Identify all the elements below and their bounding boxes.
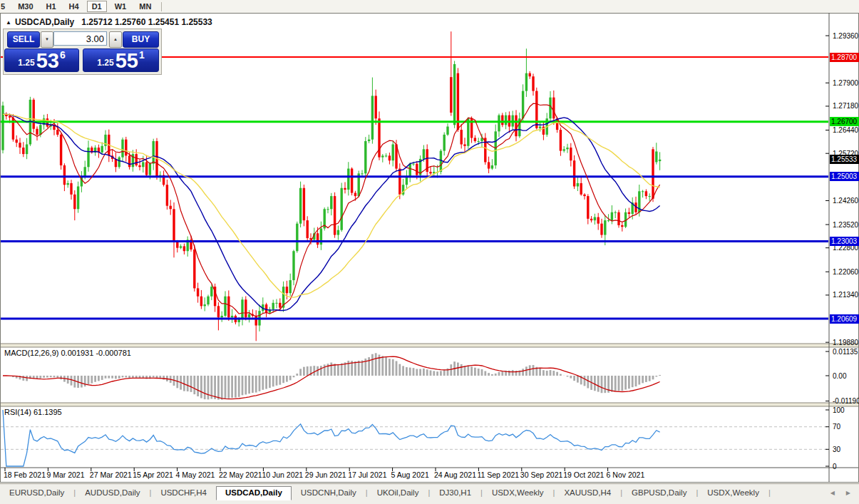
svg-text:22 May 2021: 22 May 2021 <box>219 470 262 479</box>
svg-text:1.26440: 1.26440 <box>833 126 859 134</box>
timeframe-button-5[interactable]: 5 <box>0 1 10 12</box>
svg-text:29 Jun 2021: 29 Jun 2021 <box>305 470 346 479</box>
timeframe-button-mn[interactable]: MN <box>134 1 156 12</box>
chart-tab-xauusd-h4[interactable]: XAUUSD,H4 <box>555 486 620 500</box>
level-price-badge: 1.26700 <box>830 117 859 126</box>
svg-text:1.27900: 1.27900 <box>833 79 859 87</box>
chart-tab-usdx-weekly[interactable]: USDX,Weekly <box>483 486 553 500</box>
chart-tab-audusd-daily[interactable]: AUDUSD,Daily <box>76 486 149 500</box>
chart-tab-bar: EURUSD,Daily|AUDUSD,Daily|USDCHF,H4USDCA… <box>0 483 859 504</box>
svg-text:30 Sep 2021: 30 Sep 2021 <box>520 470 563 479</box>
chart-tab-usdcad-daily-active[interactable]: USDCAD,Daily <box>216 486 292 500</box>
timeframe-button-h4[interactable]: H4 <box>64 1 84 12</box>
volume-decrease-button[interactable]: ▼ <box>41 31 53 48</box>
toolbar-separator <box>161 2 162 11</box>
svg-text:0: 0 <box>833 463 837 470</box>
level-price-badge: 1.28700 <box>830 53 859 62</box>
svg-text:1.19880: 1.19880 <box>833 339 859 346</box>
tab-separator: | <box>768 486 771 497</box>
svg-text:0.01135: 0.01135 <box>833 348 858 356</box>
level-price-badge: 1.25003 <box>830 172 859 181</box>
svg-text:17 Jul 2021: 17 Jul 2021 <box>348 470 386 479</box>
buy-price-prefix: 1.25 <box>97 58 113 68</box>
caret-down-icon: ▼ <box>45 37 49 41</box>
chart-title: ▲USDCAD,Daily1.25712 1.25760 1.25451 1.2… <box>6 17 212 27</box>
level-price-badge: 1.20609 <box>830 314 859 324</box>
timeframe-toolbar: 5M30H1H4D1W1MN <box>0 0 859 14</box>
svg-text:10 Jun 2021: 10 Jun 2021 <box>262 470 303 479</box>
macd-indicator-label: MACD(12,26,9) 0.001931 -0.000781 <box>4 349 131 357</box>
timeframe-button-m30[interactable]: M30 <box>13 1 38 12</box>
svg-text:19 Oct 2021: 19 Oct 2021 <box>563 470 604 479</box>
sell-price-pip-digit: 6 <box>60 49 66 61</box>
level-price-badge: 1.23003 <box>830 237 859 246</box>
tab-scroll-left-icon[interactable]: ◀ <box>830 490 835 496</box>
chart-window: 1.293601.279001.271801.264401.257201.242… <box>0 13 859 483</box>
chart-tab-ukoil-daily[interactable]: UKOil,Daily <box>368 486 428 500</box>
chart-tab-usdchf-h4[interactable]: USDCHF,H4 <box>151 486 216 500</box>
timeframe-button-h1[interactable]: H1 <box>41 1 61 12</box>
svg-text:18 Feb 2021: 18 Feb 2021 <box>4 470 46 479</box>
svg-text:100: 100 <box>833 406 845 414</box>
svg-text:1.27180: 1.27180 <box>833 102 859 110</box>
svg-text:27 Mar 2021: 27 Mar 2021 <box>90 470 132 479</box>
sell-price-prefix: 1.25 <box>18 58 34 68</box>
svg-text:70: 70 <box>833 423 841 431</box>
svg-text:6 Nov 2021: 6 Nov 2021 <box>607 470 645 479</box>
chart-tab-eurusd-daily[interactable]: EURUSD,Daily <box>0 486 73 500</box>
chart-tab-usdcnh-daily[interactable]: USDCNH,Daily <box>292 486 366 500</box>
svg-text:1.23520: 1.23520 <box>833 221 859 229</box>
svg-text:4 May 2021: 4 May 2021 <box>176 470 215 479</box>
one-click-trading-panel: SELL ▼ ▲ BUY 1.25 53 6 1.25 55 1 <box>3 29 162 75</box>
trading-platform-window: 5M30H1H4D1W1MN 1.293601.279001.271801.26… <box>0 0 859 504</box>
svg-text:-0.01190: -0.01190 <box>833 397 859 405</box>
svg-text:1.22060: 1.22060 <box>833 268 859 276</box>
price-chart-canvas[interactable]: 1.293601.279001.271801.264401.257201.242… <box>0 13 859 483</box>
chart-symbol-period: USDCAD,Daily <box>15 17 74 27</box>
tab-scroll-right-icon[interactable]: ▶ <box>846 490 850 496</box>
caret-up-icon: ▲ <box>113 37 118 41</box>
collapse-panel-icon[interactable]: ▲ <box>6 19 11 26</box>
timeframe-button-d1[interactable]: D1 <box>87 1 107 12</box>
volume-increase-button[interactable]: ▲ <box>109 31 122 48</box>
buy-price-big-digits: 55 <box>115 51 138 70</box>
buy-price-pip-digit: 1 <box>139 49 145 61</box>
svg-text:9 Mar 2021: 9 Mar 2021 <box>46 470 84 479</box>
sell-price-big-digits: 53 <box>36 51 59 70</box>
chart-tab-gbpusd-daily[interactable]: GBPUSD,Daily <box>622 486 696 500</box>
chart-tab-usdx-weekly[interactable]: USDX,Weekly <box>698 486 768 500</box>
svg-text:11 Sep 2021: 11 Sep 2021 <box>477 470 519 479</box>
volume-input[interactable] <box>53 31 107 46</box>
chart-ohlc-values: 1.25712 1.25760 1.25451 1.25533 <box>81 17 212 27</box>
svg-text:1.24260: 1.24260 <box>833 197 859 205</box>
chart-tab-dj30-h1[interactable]: DJ30,H1 <box>430 486 480 500</box>
svg-text:24 Aug 2021: 24 Aug 2021 <box>434 470 476 479</box>
svg-text:1.21340: 1.21340 <box>833 291 859 299</box>
sell-button[interactable]: SELL <box>7 31 40 48</box>
svg-text:1.29360: 1.29360 <box>833 32 859 40</box>
buy-price-display[interactable]: 1.25 55 1 <box>83 48 159 72</box>
svg-text:30: 30 <box>833 446 841 453</box>
buy-button[interactable]: BUY <box>123 31 159 48</box>
svg-text:0.00: 0.00 <box>833 372 847 380</box>
svg-text:5 Aug 2021: 5 Aug 2021 <box>391 470 429 479</box>
current-price-badge: 1.25533 <box>830 155 859 164</box>
rsi-indicator-label: RSI(14) 61.1395 <box>4 408 62 416</box>
sell-price-display[interactable]: 1.25 53 6 <box>4 48 79 72</box>
timeframe-button-w1[interactable]: W1 <box>110 1 132 12</box>
svg-text:15 Apr 2021: 15 Apr 2021 <box>133 470 173 479</box>
tab-scroll-controls: ◀▶ <box>830 486 850 496</box>
